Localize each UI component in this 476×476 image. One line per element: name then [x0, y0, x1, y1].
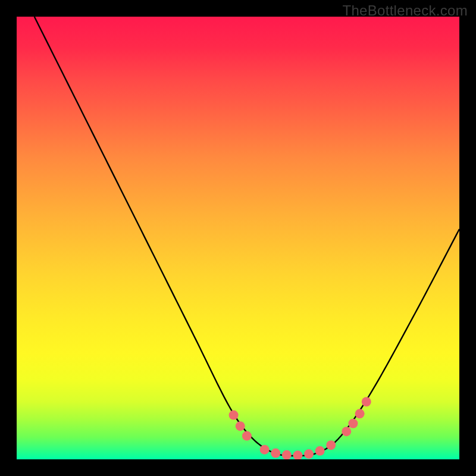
marker-dot	[326, 440, 336, 450]
marker-dot	[362, 397, 371, 406]
marker-dot	[236, 421, 245, 431]
plot-area	[17, 17, 459, 459]
marker-dot	[342, 427, 351, 436]
marker-dot	[315, 446, 325, 456]
marker-dot	[260, 445, 270, 455]
marker-dot	[229, 411, 239, 420]
marker-dot	[355, 409, 365, 418]
marker-dot	[304, 449, 314, 459]
marker-group	[229, 397, 371, 459]
marker-dot	[271, 449, 280, 458]
chart-frame: TheBottleneck.com	[0, 0, 476, 476]
chart-svg	[17, 17, 459, 459]
bottleneck-curve	[35, 17, 459, 456]
marker-dot	[242, 431, 252, 441]
marker-dot	[293, 450, 302, 459]
watermark-text: TheBottleneck.com	[342, 2, 468, 19]
marker-dot	[282, 450, 292, 459]
marker-dot	[348, 419, 358, 428]
